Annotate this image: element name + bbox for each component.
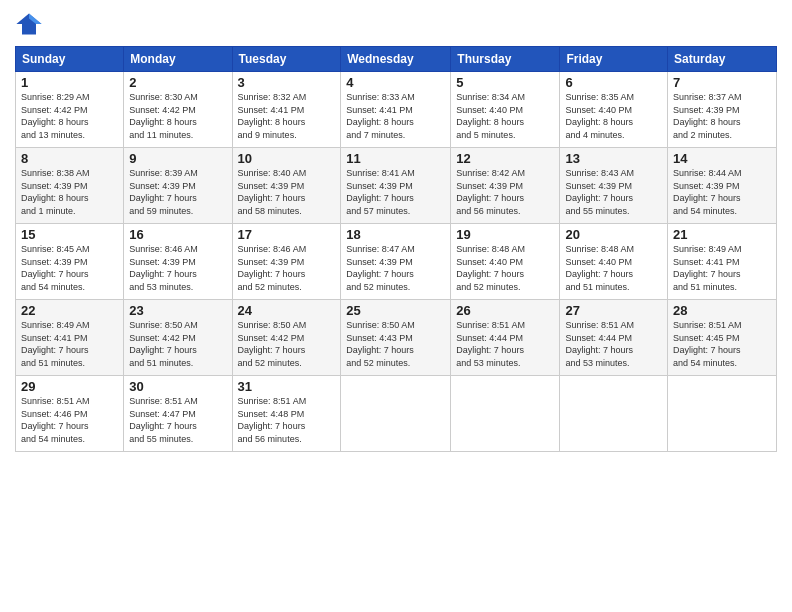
calendar-cell: 16Sunrise: 8:46 AM Sunset: 4:39 PM Dayli… <box>124 224 232 300</box>
day-info: Sunrise: 8:40 AM Sunset: 4:39 PM Dayligh… <box>238 167 336 217</box>
day-number: 28 <box>673 303 771 318</box>
day-number: 31 <box>238 379 336 394</box>
day-number: 2 <box>129 75 226 90</box>
calendar-cell: 9Sunrise: 8:39 AM Sunset: 4:39 PM Daylig… <box>124 148 232 224</box>
calendar-cell: 30Sunrise: 8:51 AM Sunset: 4:47 PM Dayli… <box>124 376 232 452</box>
day-number: 18 <box>346 227 445 242</box>
day-info: Sunrise: 8:41 AM Sunset: 4:39 PM Dayligh… <box>346 167 445 217</box>
header-day: Monday <box>124 47 232 72</box>
day-info: Sunrise: 8:51 AM Sunset: 4:47 PM Dayligh… <box>129 395 226 445</box>
header <box>15 10 777 38</box>
day-number: 26 <box>456 303 554 318</box>
day-number: 5 <box>456 75 554 90</box>
calendar-cell: 10Sunrise: 8:40 AM Sunset: 4:39 PM Dayli… <box>232 148 341 224</box>
day-info: Sunrise: 8:45 AM Sunset: 4:39 PM Dayligh… <box>21 243 118 293</box>
calendar-cell: 3Sunrise: 8:32 AM Sunset: 4:41 PM Daylig… <box>232 72 341 148</box>
calendar-week: 1Sunrise: 8:29 AM Sunset: 4:42 PM Daylig… <box>16 72 777 148</box>
day-info: Sunrise: 8:47 AM Sunset: 4:39 PM Dayligh… <box>346 243 445 293</box>
calendar-cell: 4Sunrise: 8:33 AM Sunset: 4:41 PM Daylig… <box>341 72 451 148</box>
day-number: 25 <box>346 303 445 318</box>
day-info: Sunrise: 8:51 AM Sunset: 4:44 PM Dayligh… <box>565 319 662 369</box>
day-number: 27 <box>565 303 662 318</box>
day-info: Sunrise: 8:49 AM Sunset: 4:41 PM Dayligh… <box>21 319 118 369</box>
calendar-cell: 8Sunrise: 8:38 AM Sunset: 4:39 PM Daylig… <box>16 148 124 224</box>
day-number: 10 <box>238 151 336 166</box>
day-info: Sunrise: 8:35 AM Sunset: 4:40 PM Dayligh… <box>565 91 662 141</box>
calendar-cell: 15Sunrise: 8:45 AM Sunset: 4:39 PM Dayli… <box>16 224 124 300</box>
day-info: Sunrise: 8:42 AM Sunset: 4:39 PM Dayligh… <box>456 167 554 217</box>
calendar-header: SundayMondayTuesdayWednesdayThursdayFrid… <box>16 47 777 72</box>
day-number: 15 <box>21 227 118 242</box>
day-number: 3 <box>238 75 336 90</box>
day-info: Sunrise: 8:50 AM Sunset: 4:42 PM Dayligh… <box>129 319 226 369</box>
day-info: Sunrise: 8:51 AM Sunset: 4:48 PM Dayligh… <box>238 395 336 445</box>
day-number: 12 <box>456 151 554 166</box>
day-number: 19 <box>456 227 554 242</box>
header-row: SundayMondayTuesdayWednesdayThursdayFrid… <box>16 47 777 72</box>
calendar-cell: 7Sunrise: 8:37 AM Sunset: 4:39 PM Daylig… <box>668 72 777 148</box>
day-info: Sunrise: 8:46 AM Sunset: 4:39 PM Dayligh… <box>129 243 226 293</box>
calendar-cell: 29Sunrise: 8:51 AM Sunset: 4:46 PM Dayli… <box>16 376 124 452</box>
calendar-cell <box>451 376 560 452</box>
day-info: Sunrise: 8:51 AM Sunset: 4:44 PM Dayligh… <box>456 319 554 369</box>
calendar-week: 22Sunrise: 8:49 AM Sunset: 4:41 PM Dayli… <box>16 300 777 376</box>
calendar-cell <box>341 376 451 452</box>
calendar-cell <box>560 376 668 452</box>
calendar-cell: 18Sunrise: 8:47 AM Sunset: 4:39 PM Dayli… <box>341 224 451 300</box>
calendar-cell: 1Sunrise: 8:29 AM Sunset: 4:42 PM Daylig… <box>16 72 124 148</box>
day-number: 13 <box>565 151 662 166</box>
day-number: 7 <box>673 75 771 90</box>
calendar-cell: 28Sunrise: 8:51 AM Sunset: 4:45 PM Dayli… <box>668 300 777 376</box>
day-info: Sunrise: 8:51 AM Sunset: 4:46 PM Dayligh… <box>21 395 118 445</box>
day-number: 21 <box>673 227 771 242</box>
calendar-cell: 25Sunrise: 8:50 AM Sunset: 4:43 PM Dayli… <box>341 300 451 376</box>
day-number: 9 <box>129 151 226 166</box>
calendar-cell: 6Sunrise: 8:35 AM Sunset: 4:40 PM Daylig… <box>560 72 668 148</box>
day-info: Sunrise: 8:34 AM Sunset: 4:40 PM Dayligh… <box>456 91 554 141</box>
calendar-week: 15Sunrise: 8:45 AM Sunset: 4:39 PM Dayli… <box>16 224 777 300</box>
day-info: Sunrise: 8:43 AM Sunset: 4:39 PM Dayligh… <box>565 167 662 217</box>
header-day: Wednesday <box>341 47 451 72</box>
calendar-cell: 19Sunrise: 8:48 AM Sunset: 4:40 PM Dayli… <box>451 224 560 300</box>
day-info: Sunrise: 8:29 AM Sunset: 4:42 PM Dayligh… <box>21 91 118 141</box>
header-day: Tuesday <box>232 47 341 72</box>
page: SundayMondayTuesdayWednesdayThursdayFrid… <box>0 0 792 612</box>
day-info: Sunrise: 8:39 AM Sunset: 4:39 PM Dayligh… <box>129 167 226 217</box>
calendar-cell: 21Sunrise: 8:49 AM Sunset: 4:41 PM Dayli… <box>668 224 777 300</box>
day-number: 20 <box>565 227 662 242</box>
day-number: 24 <box>238 303 336 318</box>
calendar-cell: 27Sunrise: 8:51 AM Sunset: 4:44 PM Dayli… <box>560 300 668 376</box>
header-day: Saturday <box>668 47 777 72</box>
day-info: Sunrise: 8:48 AM Sunset: 4:40 PM Dayligh… <box>565 243 662 293</box>
day-number: 29 <box>21 379 118 394</box>
logo <box>15 10 47 38</box>
day-info: Sunrise: 8:44 AM Sunset: 4:39 PM Dayligh… <box>673 167 771 217</box>
day-info: Sunrise: 8:49 AM Sunset: 4:41 PM Dayligh… <box>673 243 771 293</box>
day-number: 1 <box>21 75 118 90</box>
day-info: Sunrise: 8:38 AM Sunset: 4:39 PM Dayligh… <box>21 167 118 217</box>
day-info: Sunrise: 8:33 AM Sunset: 4:41 PM Dayligh… <box>346 91 445 141</box>
day-number: 4 <box>346 75 445 90</box>
calendar-cell: 17Sunrise: 8:46 AM Sunset: 4:39 PM Dayli… <box>232 224 341 300</box>
calendar-cell: 14Sunrise: 8:44 AM Sunset: 4:39 PM Dayli… <box>668 148 777 224</box>
day-info: Sunrise: 8:50 AM Sunset: 4:43 PM Dayligh… <box>346 319 445 369</box>
calendar-cell: 12Sunrise: 8:42 AM Sunset: 4:39 PM Dayli… <box>451 148 560 224</box>
day-number: 14 <box>673 151 771 166</box>
day-info: Sunrise: 8:51 AM Sunset: 4:45 PM Dayligh… <box>673 319 771 369</box>
day-info: Sunrise: 8:32 AM Sunset: 4:41 PM Dayligh… <box>238 91 336 141</box>
calendar-body: 1Sunrise: 8:29 AM Sunset: 4:42 PM Daylig… <box>16 72 777 452</box>
header-day: Sunday <box>16 47 124 72</box>
day-number: 22 <box>21 303 118 318</box>
day-number: 16 <box>129 227 226 242</box>
calendar: SundayMondayTuesdayWednesdayThursdayFrid… <box>15 46 777 452</box>
calendar-cell: 31Sunrise: 8:51 AM Sunset: 4:48 PM Dayli… <box>232 376 341 452</box>
calendar-cell: 20Sunrise: 8:48 AM Sunset: 4:40 PM Dayli… <box>560 224 668 300</box>
calendar-cell: 2Sunrise: 8:30 AM Sunset: 4:42 PM Daylig… <box>124 72 232 148</box>
calendar-cell: 11Sunrise: 8:41 AM Sunset: 4:39 PM Dayli… <box>341 148 451 224</box>
calendar-week: 29Sunrise: 8:51 AM Sunset: 4:46 PM Dayli… <box>16 376 777 452</box>
day-info: Sunrise: 8:50 AM Sunset: 4:42 PM Dayligh… <box>238 319 336 369</box>
calendar-cell: 24Sunrise: 8:50 AM Sunset: 4:42 PM Dayli… <box>232 300 341 376</box>
calendar-cell: 13Sunrise: 8:43 AM Sunset: 4:39 PM Dayli… <box>560 148 668 224</box>
day-info: Sunrise: 8:37 AM Sunset: 4:39 PM Dayligh… <box>673 91 771 141</box>
logo-icon <box>15 10 43 38</box>
